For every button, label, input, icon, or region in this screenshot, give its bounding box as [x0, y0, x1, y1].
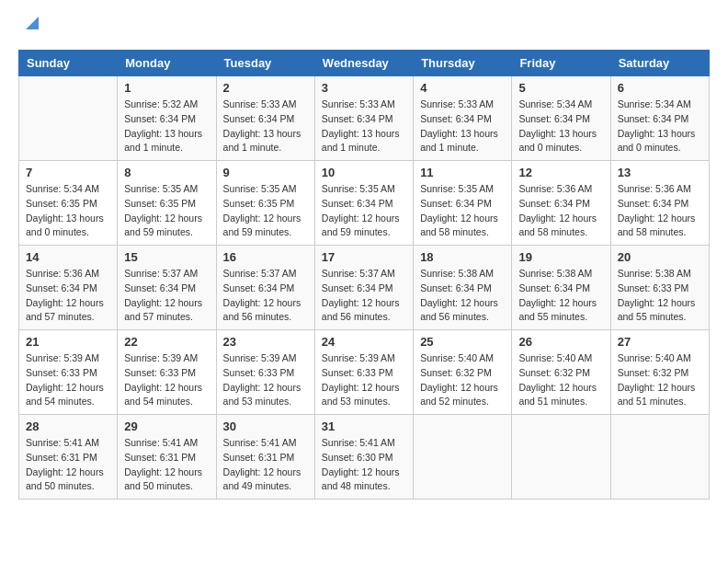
day-number: 15	[124, 250, 209, 264]
calendar-cell: 12Sunrise: 5:36 AM Sunset: 6:34 PM Dayli…	[512, 161, 610, 246]
day-number: 28	[26, 419, 110, 433]
day-detail: Sunrise: 5:37 AM Sunset: 6:34 PM Dayligh…	[124, 267, 209, 325]
calendar-cell: 16Sunrise: 5:37 AM Sunset: 6:34 PM Dayli…	[216, 246, 314, 330]
calendar-cell: 30Sunrise: 5:41 AM Sunset: 6:31 PM Dayli…	[216, 415, 314, 500]
calendar-cell: 22Sunrise: 5:39 AM Sunset: 6:33 PM Dayli…	[118, 330, 216, 415]
day-number: 17	[322, 250, 406, 264]
header-row: SundayMondayTuesdayWednesdayThursdayFrid…	[19, 51, 710, 76]
svg-marker-0	[26, 17, 39, 29]
day-detail: Sunrise: 5:36 AM Sunset: 6:34 PM Dayligh…	[26, 267, 110, 325]
day-number: 25	[420, 335, 505, 349]
day-detail: Sunrise: 5:41 AM Sunset: 6:30 PM Dayligh…	[322, 436, 406, 494]
day-detail: Sunrise: 5:35 AM Sunset: 6:34 PM Dayligh…	[420, 182, 505, 240]
day-detail: Sunrise: 5:38 AM Sunset: 6:34 PM Dayligh…	[420, 267, 505, 325]
day-number: 9	[223, 166, 308, 179]
day-number: 6	[618, 81, 702, 95]
day-number: 23	[223, 335, 308, 349]
day-detail: Sunrise: 5:34 AM Sunset: 6:35 PM Dayligh…	[26, 182, 110, 240]
day-detail: Sunrise: 5:39 AM Sunset: 6:33 PM Dayligh…	[223, 351, 308, 409]
header-cell-saturday: Saturday	[610, 51, 709, 76]
calendar-cell: 18Sunrise: 5:38 AM Sunset: 6:34 PM Dayli…	[414, 246, 512, 330]
day-number: 18	[420, 250, 505, 264]
week-row: 7Sunrise: 5:34 AM Sunset: 6:35 PM Daylig…	[19, 161, 710, 246]
day-detail: Sunrise: 5:33 AM Sunset: 6:34 PM Dayligh…	[223, 98, 308, 155]
header-cell-tuesday: Tuesday	[216, 51, 314, 76]
day-number: 1	[124, 81, 209, 95]
calendar-cell: 20Sunrise: 5:38 AM Sunset: 6:33 PM Dayli…	[610, 246, 709, 330]
calendar-cell: 29Sunrise: 5:41 AM Sunset: 6:31 PM Dayli…	[118, 415, 216, 500]
day-detail: Sunrise: 5:35 AM Sunset: 6:35 PM Dayligh…	[223, 182, 308, 240]
logo	[18, 18, 42, 40]
day-number: 12	[518, 166, 603, 179]
day-detail: Sunrise: 5:39 AM Sunset: 6:33 PM Dayligh…	[124, 351, 209, 409]
calendar-cell: 7Sunrise: 5:34 AM Sunset: 6:35 PM Daylig…	[19, 161, 118, 246]
header-cell-wednesday: Wednesday	[314, 51, 413, 76]
day-number: 26	[518, 335, 603, 349]
week-row: 1Sunrise: 5:32 AM Sunset: 6:34 PM Daylig…	[19, 76, 710, 161]
calendar-cell: 8Sunrise: 5:35 AM Sunset: 6:35 PM Daylig…	[118, 161, 216, 246]
calendar-cell: 21Sunrise: 5:39 AM Sunset: 6:33 PM Dayli…	[19, 330, 118, 415]
day-number: 3	[322, 81, 406, 95]
calendar-cell: 15Sunrise: 5:37 AM Sunset: 6:34 PM Dayli…	[118, 246, 216, 330]
day-number: 14	[26, 250, 110, 264]
calendar-cell: 28Sunrise: 5:41 AM Sunset: 6:31 PM Dayli…	[19, 415, 118, 500]
day-detail: Sunrise: 5:38 AM Sunset: 6:33 PM Dayligh…	[618, 267, 702, 325]
header-cell-monday: Monday	[118, 51, 216, 76]
calendar-cell: 19Sunrise: 5:38 AM Sunset: 6:34 PM Dayli…	[512, 246, 610, 330]
header-cell-friday: Friday	[512, 51, 610, 76]
calendar-table: SundayMondayTuesdayWednesdayThursdayFrid…	[18, 50, 710, 500]
day-detail: Sunrise: 5:39 AM Sunset: 6:33 PM Dayligh…	[322, 351, 406, 409]
calendar-cell: 14Sunrise: 5:36 AM Sunset: 6:34 PM Dayli…	[19, 246, 118, 330]
day-detail: Sunrise: 5:40 AM Sunset: 6:32 PM Dayligh…	[518, 351, 603, 409]
calendar-cell	[610, 415, 709, 500]
day-number: 21	[26, 335, 110, 349]
calendar-cell: 17Sunrise: 5:37 AM Sunset: 6:34 PM Dayli…	[314, 246, 413, 330]
day-detail: Sunrise: 5:35 AM Sunset: 6:34 PM Dayligh…	[322, 182, 406, 240]
week-row: 14Sunrise: 5:36 AM Sunset: 6:34 PM Dayli…	[19, 246, 710, 330]
calendar-cell: 23Sunrise: 5:39 AM Sunset: 6:33 PM Dayli…	[216, 330, 314, 415]
day-number: 20	[618, 250, 702, 264]
day-number: 11	[420, 166, 505, 179]
day-number: 4	[420, 81, 505, 95]
page-header	[18, 18, 710, 40]
calendar-cell	[512, 415, 610, 500]
day-number: 29	[124, 419, 209, 433]
calendar-cell: 11Sunrise: 5:35 AM Sunset: 6:34 PM Dayli…	[414, 161, 512, 246]
day-number: 24	[322, 335, 406, 349]
day-detail: Sunrise: 5:37 AM Sunset: 6:34 PM Dayligh…	[322, 267, 406, 325]
calendar-cell: 24Sunrise: 5:39 AM Sunset: 6:33 PM Dayli…	[314, 330, 413, 415]
day-number: 27	[618, 335, 702, 349]
day-number: 7	[26, 166, 110, 179]
logo-arrow-icon	[22, 13, 42, 33]
calendar-cell: 13Sunrise: 5:36 AM Sunset: 6:34 PM Dayli…	[610, 161, 709, 246]
calendar-cell: 25Sunrise: 5:40 AM Sunset: 6:32 PM Dayli…	[414, 330, 512, 415]
header-cell-sunday: Sunday	[19, 51, 118, 76]
day-detail: Sunrise: 5:36 AM Sunset: 6:34 PM Dayligh…	[518, 182, 603, 240]
day-detail: Sunrise: 5:40 AM Sunset: 6:32 PM Dayligh…	[420, 351, 505, 409]
day-detail: Sunrise: 5:35 AM Sunset: 6:35 PM Dayligh…	[124, 182, 209, 240]
calendar-cell: 9Sunrise: 5:35 AM Sunset: 6:35 PM Daylig…	[216, 161, 314, 246]
day-detail: Sunrise: 5:33 AM Sunset: 6:34 PM Dayligh…	[420, 98, 505, 155]
day-number: 10	[322, 166, 406, 179]
day-number: 2	[223, 81, 308, 95]
calendar-cell	[414, 415, 512, 500]
day-detail: Sunrise: 5:38 AM Sunset: 6:34 PM Dayligh…	[518, 267, 603, 325]
calendar-cell: 5Sunrise: 5:34 AM Sunset: 6:34 PM Daylig…	[512, 76, 610, 161]
week-row: 21Sunrise: 5:39 AM Sunset: 6:33 PM Dayli…	[19, 330, 710, 415]
week-row: 28Sunrise: 5:41 AM Sunset: 6:31 PM Dayli…	[19, 415, 710, 500]
day-detail: Sunrise: 5:41 AM Sunset: 6:31 PM Dayligh…	[223, 436, 308, 494]
day-number: 31	[322, 419, 406, 433]
header-cell-thursday: Thursday	[414, 51, 512, 76]
calendar-cell: 26Sunrise: 5:40 AM Sunset: 6:32 PM Dayli…	[512, 330, 610, 415]
calendar-cell: 27Sunrise: 5:40 AM Sunset: 6:32 PM Dayli…	[610, 330, 709, 415]
day-detail: Sunrise: 5:34 AM Sunset: 6:34 PM Dayligh…	[518, 98, 603, 155]
calendar-cell: 2Sunrise: 5:33 AM Sunset: 6:34 PM Daylig…	[216, 76, 314, 161]
day-detail: Sunrise: 5:36 AM Sunset: 6:34 PM Dayligh…	[618, 182, 702, 240]
day-number: 22	[124, 335, 209, 349]
day-number: 30	[223, 419, 308, 433]
day-number: 19	[518, 250, 603, 264]
calendar-cell: 4Sunrise: 5:33 AM Sunset: 6:34 PM Daylig…	[414, 76, 512, 161]
calendar-cell: 6Sunrise: 5:34 AM Sunset: 6:34 PM Daylig…	[610, 76, 709, 161]
day-detail: Sunrise: 5:39 AM Sunset: 6:33 PM Dayligh…	[26, 351, 110, 409]
calendar-cell: 31Sunrise: 5:41 AM Sunset: 6:30 PM Dayli…	[314, 415, 413, 500]
